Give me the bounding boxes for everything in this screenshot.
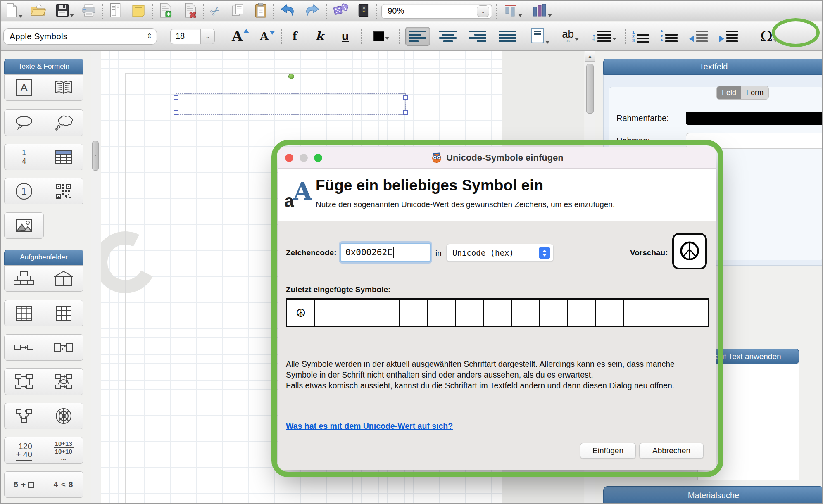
align-left-button[interactable]	[405, 27, 430, 46]
frame-color-swatch[interactable]	[686, 112, 823, 125]
open-file-button[interactable]	[28, 2, 48, 20]
recent-symbol-cell[interactable]	[343, 300, 371, 326]
numbered-list-button[interactable]: 123	[630, 29, 651, 44]
font-size-combo[interactable]: 18 ⌄	[170, 29, 215, 44]
close-window-button[interactable]	[285, 154, 293, 162]
tool-number-tree[interactable]	[5, 403, 44, 429]
charcode-input[interactable]: 0x000262E	[340, 243, 431, 262]
sidebar-scrollbar[interactable]	[91, 51, 100, 504]
tool-image[interactable]	[5, 213, 43, 238]
cut-button[interactable]: ✂	[208, 4, 223, 19]
zoom-select[interactable]: 90% ⌄	[381, 4, 492, 19]
increase-font-button[interactable]: A	[230, 29, 251, 44]
recent-symbol-cell[interactable]	[624, 300, 652, 326]
canvas-scrollbar-thumb[interactable]	[586, 64, 594, 114]
char-spacing-button[interactable]: ab ↔	[560, 29, 581, 44]
zoom-window-button[interactable]	[314, 154, 322, 162]
tool-cycle-diagram[interactable]	[5, 369, 44, 395]
italic-button[interactable]: k	[314, 29, 326, 43]
recent-symbol-cell[interactable]	[456, 300, 484, 326]
rotation-handle[interactable]	[288, 74, 294, 79]
copy-button[interactable]	[229, 2, 247, 20]
underline-button[interactable]: u	[340, 29, 351, 43]
tool-qr-code[interactable]	[44, 178, 83, 204]
encoding-select[interactable]: Unicode (hex)	[446, 244, 554, 262]
font-size-dropdown-icon[interactable]: ⌄	[201, 29, 215, 44]
new-document-button[interactable]	[3, 2, 25, 21]
recent-symbol-cell[interactable]	[512, 300, 540, 326]
tool-hundred-grid[interactable]	[5, 300, 44, 326]
recent-symbol-cell[interactable]	[652, 300, 680, 326]
tool-column-addition[interactable]: 120 + 40	[5, 437, 44, 463]
tool-nine-grid[interactable]	[44, 300, 83, 326]
recent-symbol-cell[interactable]	[428, 300, 456, 326]
insert-button[interactable]: Einfügen	[580, 443, 636, 459]
delete-page-button[interactable]	[182, 2, 199, 21]
redo-button[interactable]	[302, 2, 322, 20]
tool-table[interactable]	[44, 144, 83, 170]
bullet-list-button[interactable]	[659, 29, 680, 43]
recent-symbol-cell[interactable]	[568, 300, 596, 326]
decrease-font-button[interactable]: A	[258, 30, 277, 42]
tool-number-wall[interactable]	[5, 266, 44, 291]
line-spacing-button[interactable]: ↕	[589, 29, 618, 43]
sidebar-scrollbar-thumb[interactable]	[92, 141, 99, 171]
tool-textbox[interactable]: A	[5, 75, 44, 100]
add-page-button[interactable]	[157, 2, 174, 21]
random-dice-button[interactable]	[331, 2, 351, 20]
recent-symbol-cell[interactable]	[540, 300, 568, 326]
recent-symbol-cell[interactable]	[315, 300, 343, 326]
page-layout-button[interactable]	[107, 2, 123, 21]
scroll-up-button[interactable]: ▲	[585, 51, 595, 62]
undo-button[interactable]	[278, 2, 298, 20]
resize-handle-bottom-left[interactable]	[174, 110, 178, 115]
text-color-button[interactable]	[371, 30, 391, 43]
tool-placeholder-equation[interactable]: 5 +	[5, 472, 44, 497]
tool-arrow-chain[interactable]	[5, 335, 44, 360]
decrease-indent-button[interactable]	[687, 29, 710, 43]
tool-stacked-sums[interactable]: 10+1310+10 ...	[44, 437, 83, 463]
tool-cycle-diagram-center[interactable]	[44, 369, 83, 395]
material-search-header[interactable]: Materialsuche	[603, 486, 823, 504]
recent-symbol-cell[interactable]	[371, 300, 400, 326]
insert-symbol-button[interactable]: Ω	[758, 28, 780, 45]
dialog-titlebar[interactable]: Unicode-Symbole einfügen	[278, 147, 716, 169]
tool-number-house[interactable]	[44, 266, 83, 291]
tool-reading-text[interactable]	[44, 75, 83, 100]
recent-symbol-cell[interactable]	[596, 300, 624, 326]
vertical-align-button[interactable]	[528, 26, 552, 47]
increase-indent-button[interactable]	[717, 29, 740, 43]
print-button[interactable]	[79, 2, 98, 20]
tool-number-wheel[interactable]	[44, 403, 83, 429]
tool-arrow-chain-reverse[interactable]	[44, 335, 83, 360]
notes-button[interactable]	[129, 2, 148, 20]
resize-handle-bottom-right[interactable]	[403, 110, 408, 115]
tab-form[interactable]: Form	[741, 86, 768, 99]
column-layout-button[interactable]	[501, 2, 524, 20]
tool-numbering[interactable]: 1	[5, 178, 44, 204]
frame-style-select[interactable]	[686, 133, 823, 149]
font-family-select[interactable]: Apple Symbols ⇕	[3, 28, 157, 45]
tool-speech-bubble[interactable]	[5, 110, 44, 136]
align-right-button[interactable]	[466, 27, 490, 45]
align-justify-button[interactable]	[495, 27, 519, 45]
recent-symbol-cell[interactable]	[484, 300, 512, 326]
distribution-button[interactable]	[530, 2, 554, 20]
tool-comparison[interactable]: 4 < 8	[44, 472, 83, 497]
align-center-button[interactable]	[436, 27, 460, 45]
minimize-window-button[interactable]	[300, 154, 308, 162]
zoom-dropdown-icon[interactable]: ⌄	[477, 5, 489, 17]
resize-handle-top-left[interactable]	[174, 95, 178, 100]
recent-symbol-cell[interactable]: ☮	[287, 300, 315, 326]
recent-symbol-cell[interactable]	[680, 300, 708, 326]
dictionary-button[interactable]: AZ	[356, 2, 372, 20]
recent-symbol-cell[interactable]	[400, 300, 428, 326]
cancel-button[interactable]: Abbrechen	[639, 443, 704, 459]
tab-feld[interactable]: Feld	[717, 86, 741, 99]
tool-fraction[interactable]: 14	[5, 144, 44, 170]
paste-button[interactable]	[252, 2, 269, 21]
bold-button[interactable]: f	[290, 29, 300, 43]
save-button[interactable]	[54, 2, 76, 20]
selected-textbox[interactable]	[176, 93, 406, 115]
unicode-help-link[interactable]: Was hat es mit dem Unicode-Wert auf sich…	[286, 421, 453, 431]
